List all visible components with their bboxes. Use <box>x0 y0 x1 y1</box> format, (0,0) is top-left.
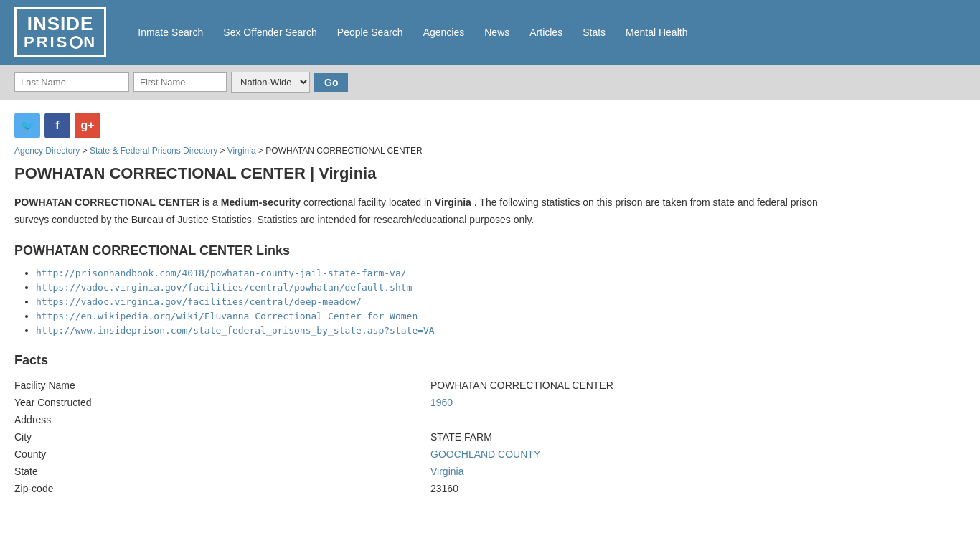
page-title: POWHATAN CORRECTIONAL CENTER | Virginia <box>14 164 847 183</box>
social-icons: 🐦 f g+ <box>0 100 980 146</box>
facebook-icon[interactable]: f <box>44 113 70 138</box>
table-row: Address <box>14 411 847 428</box>
fact-value: STATE FARM <box>430 428 847 446</box>
site-logo[interactable]: INSIDE PRISN <box>14 7 106 58</box>
breadcrumb-agency-directory[interactable]: Agency Directory <box>14 146 80 156</box>
table-row: State Virginia <box>14 463 847 480</box>
twitter-icon[interactable]: 🐦 <box>14 113 40 138</box>
nav-people-search[interactable]: People Search <box>327 21 413 44</box>
nav-sex-offender-search[interactable]: Sex Offender Search <box>213 21 326 44</box>
list-item: http://www.insideprison.com/state_federa… <box>36 324 847 336</box>
nav-stats[interactable]: Stats <box>573 21 616 44</box>
link-4[interactable]: https://en.wikipedia.org/wiki/Fluvanna_C… <box>36 311 418 321</box>
nav-news[interactable]: News <box>474 21 519 44</box>
table-row: Facility Name POWHATAN CORRECTIONAL CENT… <box>14 377 847 394</box>
breadcrumb: Agency Directory > State & Federal Priso… <box>14 146 847 156</box>
site-header: INSIDE PRISN Inmate Search Sex Offender … <box>0 0 980 65</box>
go-button[interactable]: Go <box>314 73 348 92</box>
nav-agencies[interactable]: Agencies <box>413 21 475 44</box>
nav-articles[interactable]: Articles <box>519 21 573 44</box>
list-item: http://prisonhandbook.com/4018/powhatan-… <box>36 267 847 278</box>
fact-label: Year Constructed <box>14 394 430 411</box>
state-bold: Virginia <box>435 197 471 208</box>
link-5[interactable]: http://www.insideprison.com/state_federa… <box>36 325 435 336</box>
logo-line2: PRISN <box>24 34 97 51</box>
search-bar: Nation-Wide Go <box>0 65 980 100</box>
list-item: https://en.wikipedia.org/wiki/Fluvanna_C… <box>36 310 847 321</box>
facility-description: POWHATAN CORRECTIONAL CENTER is a Medium… <box>14 194 847 229</box>
first-name-input[interactable] <box>133 72 227 92</box>
link-1[interactable]: http://prisonhandbook.com/4018/powhatan-… <box>36 268 407 278</box>
fact-value <box>430 411 847 428</box>
fact-label: County <box>14 446 430 463</box>
fact-value-county: GOOCHLAND COUNTY <box>430 446 847 463</box>
link-3[interactable]: https://vadoc.virginia.gov/facilities/ce… <box>36 296 362 307</box>
main-nav: Inmate Search Sex Offender Search People… <box>128 21 697 44</box>
facility-links: http://prisonhandbook.com/4018/powhatan-… <box>14 267 847 336</box>
googleplus-icon[interactable]: g+ <box>75 113 100 138</box>
facts-section-title: Facts <box>14 353 847 368</box>
fact-value: POWHATAN CORRECTIONAL CENTER <box>430 377 847 394</box>
nav-inmate-search[interactable]: Inmate Search <box>128 21 213 44</box>
facts-table: Facility Name POWHATAN CORRECTIONAL CENT… <box>14 377 847 497</box>
fact-label: State <box>14 463 430 480</box>
link-2[interactable]: https://vadoc.virginia.gov/facilities/ce… <box>36 282 412 293</box>
breadcrumb-state-federal[interactable]: State & Federal Prisons Directory <box>90 146 217 156</box>
fact-value-state: Virginia <box>430 463 847 480</box>
breadcrumb-current: POWHATAN CORRECTIONAL CENTER <box>265 146 422 156</box>
nav-mental-health[interactable]: Mental Health <box>616 21 697 44</box>
facility-name-bold: POWHATAN CORRECTIONAL CENTER <box>14 197 199 208</box>
scope-select[interactable]: Nation-Wide <box>231 72 310 93</box>
security-type-bold: Medium-security <box>221 197 301 208</box>
fact-label: Address <box>14 411 430 428</box>
fact-label: City <box>14 428 430 446</box>
table-row: City STATE FARM <box>14 428 847 446</box>
county-link[interactable]: GOOCHLAND COUNTY <box>430 448 540 460</box>
year-link[interactable]: 1960 <box>430 397 453 408</box>
last-name-input[interactable] <box>14 72 129 92</box>
fact-value-year: 1960 <box>430 394 847 411</box>
logo-line1: INSIDE <box>24 14 97 34</box>
breadcrumb-virginia[interactable]: Virginia <box>227 146 256 156</box>
state-link[interactable]: Virginia <box>430 466 463 477</box>
links-section-title: POWHATAN CORRECTIONAL CENTER Links <box>14 243 847 258</box>
fact-value: 23160 <box>430 480 847 497</box>
table-row: County GOOCHLAND COUNTY <box>14 446 847 463</box>
facts-section: Facility Name POWHATAN CORRECTIONAL CENT… <box>14 377 847 497</box>
table-row: Zip-code 23160 <box>14 480 847 497</box>
fact-label: Facility Name <box>14 377 430 394</box>
table-row: Year Constructed 1960 <box>14 394 847 411</box>
fact-label: Zip-code <box>14 480 430 497</box>
list-item: https://vadoc.virginia.gov/facilities/ce… <box>36 281 847 293</box>
main-content: Agency Directory > State & Federal Priso… <box>0 146 861 519</box>
list-item: https://vadoc.virginia.gov/facilities/ce… <box>36 296 847 307</box>
